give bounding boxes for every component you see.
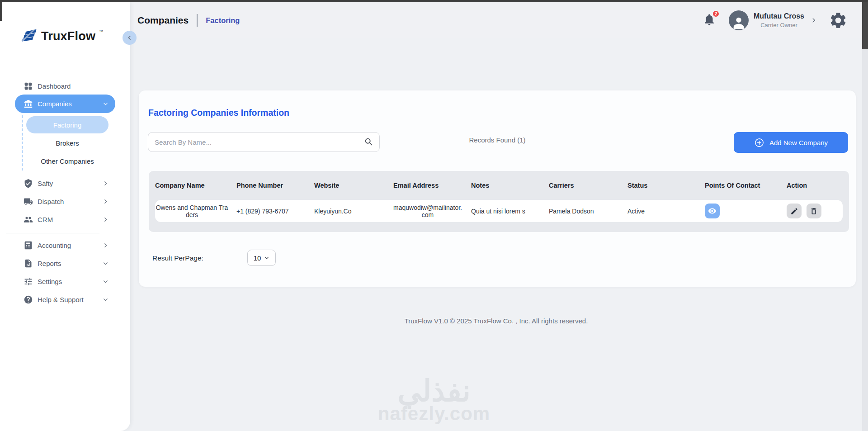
per-page-value: 10 <box>254 254 261 262</box>
brand-name: TruxFlow <box>41 28 95 44</box>
truck-icon <box>23 196 33 207</box>
sidebar: TruxFlow ™ Dashboard Companies Factoring… <box>0 2 130 431</box>
table-header-row: Company Name Phone Number Website Email … <box>149 171 849 200</box>
sidebar-item-crm[interactable]: CRM <box>15 210 115 228</box>
cell-status: Active <box>627 208 705 215</box>
sidebar-item-label: Dispatch <box>38 198 64 205</box>
sidebar-item-dispatch[interactable]: Dispatch <box>15 192 115 210</box>
chevron-right-icon <box>103 180 108 186</box>
watermark-latin: nafezly.com <box>378 405 490 423</box>
cell-website: Kleyuiyun.Co <box>314 208 393 215</box>
sidebar-item-companies[interactable]: Companies <box>15 95 115 113</box>
view-contacts-button[interactable] <box>705 204 720 218</box>
page-title: Factoring Companies Information <box>148 108 289 118</box>
sidebar-item-label: Dashboard <box>38 82 71 90</box>
sidebar-item-label: Companies <box>38 100 72 108</box>
sidebar-divider <box>6 233 99 233</box>
breadcrumb-primary: Companies <box>137 15 189 26</box>
page-scrollbar[interactable] <box>862 2 868 431</box>
add-new-company-button[interactable]: Add New Company <box>734 132 848 153</box>
chevron-right-icon <box>103 242 108 248</box>
chevron-down-icon <box>264 255 269 260</box>
footer-company-link[interactable]: TruxFlow Co. <box>473 317 514 325</box>
column-header: Status <box>627 182 705 189</box>
plus-circle-icon <box>754 137 764 148</box>
column-header: Action <box>787 182 849 189</box>
avatar[interactable] <box>729 10 749 30</box>
sidebar-item-accounting[interactable]: Accounting <box>15 236 115 254</box>
per-page-label: Result PerPage: <box>152 254 203 262</box>
per-page-select[interactable]: 10 <box>247 250 276 266</box>
sliders-icon <box>23 276 33 287</box>
submenu-guide-line <box>22 115 23 171</box>
breadcrumb-secondary: Factoring <box>206 16 240 25</box>
main-content: Factoring Companies Information Records … <box>130 38 862 431</box>
column-header: Notes <box>471 182 549 189</box>
sidebar-item-other-companies[interactable]: Other Companies <box>26 152 108 170</box>
content-card: Factoring Companies Information Records … <box>139 90 856 287</box>
column-header: Phone Number <box>236 182 314 189</box>
footer: TruxFlow V1.0 © 2025 TruxFlow Co. , Inc.… <box>130 317 862 325</box>
window-left-edge <box>0 0 2 21</box>
cell-email: maquwodiw@mailinator.com <box>393 204 462 218</box>
footer-text-before: TruxFlow V1.0 © 2025 <box>405 317 474 325</box>
sidebar-collapse-button[interactable] <box>123 31 137 45</box>
eye-icon <box>708 207 717 215</box>
chevron-down-icon <box>103 101 108 107</box>
trash-icon <box>810 207 818 215</box>
scrollbar-thumb[interactable] <box>862 2 868 49</box>
column-header: Email Address <box>393 182 471 189</box>
sidebar-item-dashboard[interactable]: Dashboard <box>15 77 115 95</box>
notifications-button[interactable]: 2 <box>703 13 716 28</box>
sidebar-item-label: Brokers <box>56 139 79 147</box>
user-name: Mufutau Cross <box>754 12 804 20</box>
sidebar-item-label: Help & Support <box>38 296 84 303</box>
sidebar-item-factoring[interactable]: Factoring <box>26 116 108 133</box>
column-header: Company Name <box>155 182 236 189</box>
sidebar-item-label: Factoring <box>53 121 82 129</box>
companies-table: Company Name Phone Number Website Email … <box>149 171 849 232</box>
column-header: Website <box>314 182 393 189</box>
add-new-company-label: Add New Company <box>769 139 828 147</box>
window-top-edge <box>0 0 868 2</box>
sidebar-item-settings[interactable]: Settings <box>15 272 115 290</box>
sidebar-item-label: Settings <box>38 278 62 285</box>
brand-logo: TruxFlow ™ <box>20 28 103 44</box>
person-icon <box>731 15 746 30</box>
chevron-down-icon <box>103 297 108 303</box>
pencil-icon <box>790 207 798 215</box>
settings-gear-button[interactable] <box>829 11 848 30</box>
sidebar-item-label: Accounting <box>38 242 71 249</box>
header: Companies Factoring 2 Mufutau Cross Carr… <box>130 2 862 38</box>
cell-action <box>787 204 843 218</box>
sidebar-item-label: Other Companies <box>41 157 94 165</box>
chevron-right-icon <box>103 217 108 223</box>
sidebar-item-safty[interactable]: Safty <box>15 174 115 192</box>
notification-badge: 2 <box>712 10 720 18</box>
footer-text-after: , Inc. All rights reserved. <box>514 317 588 325</box>
user-menu-chevron[interactable] <box>811 17 817 24</box>
watermark: نفذلي nafezly.com <box>378 377 490 423</box>
shield-check-icon <box>23 178 33 189</box>
watermark-arabic: نفذلي <box>378 377 490 405</box>
user-role: Carrier Owner <box>754 22 804 28</box>
dashboard-icon <box>23 81 33 91</box>
header-right-cluster: 2 Mufutau Cross Carrier Owner <box>703 10 848 30</box>
bank-icon <box>23 99 33 109</box>
help-circle-icon <box>23 294 33 305</box>
brand-trademark: ™ <box>99 29 103 34</box>
delete-button[interactable] <box>807 204 821 218</box>
gear-icon <box>829 11 848 30</box>
chevron-down-icon <box>103 260 108 266</box>
chevron-right-icon <box>811 17 817 24</box>
sidebar-item-brokers[interactable]: Brokers <box>26 134 108 152</box>
edit-button[interactable] <box>787 204 802 218</box>
sidebar-item-reports[interactable]: Reports <box>15 254 115 272</box>
cell-notes: Quia ut nisi lorem s <box>471 208 549 215</box>
sidebar-item-help-support[interactable]: Help & Support <box>15 290 115 308</box>
sidebar-item-label: Safty <box>38 180 53 187</box>
user-menu[interactable]: Mufutau Cross Carrier Owner <box>754 12 804 28</box>
chevron-right-icon <box>103 199 108 204</box>
cell-phone-number: +1 (829) 793-6707 <box>236 208 314 215</box>
report-document-icon <box>23 258 33 269</box>
